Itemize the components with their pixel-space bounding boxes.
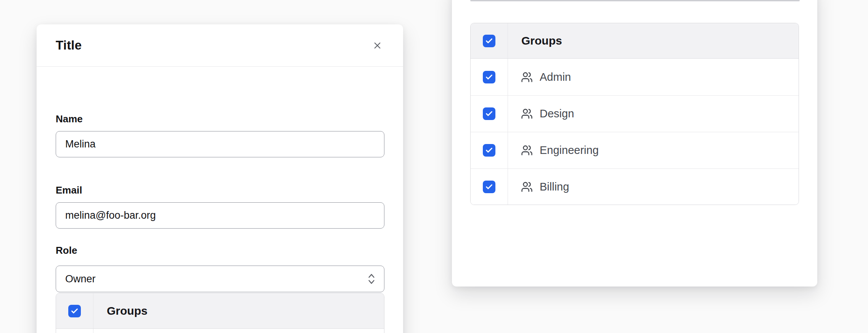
checkbox-column — [56, 293, 93, 328]
checkmark-icon — [485, 146, 493, 154]
role-label: Role — [56, 245, 77, 256]
group-name: Engineering — [540, 144, 599, 157]
groups-column-header: Groups — [521, 34, 562, 47]
users-icon — [521, 108, 533, 120]
users-icon — [521, 181, 533, 193]
checkmark-icon — [485, 183, 493, 191]
checkmark-icon — [71, 307, 79, 315]
chevron-up-down-icon — [366, 272, 376, 285]
users-icon — [521, 71, 533, 83]
cropped-field-bottom-border — [470, 0, 800, 1]
table-row-engineering[interactable]: Engineering — [471, 132, 799, 168]
checkbox-column — [471, 23, 508, 58]
groups-table: Groups — [56, 293, 384, 333]
edit-user-modal: Title Name Email Role Owner — [37, 24, 403, 333]
row-checkbox[interactable] — [483, 107, 495, 120]
row-checkbox[interactable] — [483, 71, 495, 83]
role-select-value: Owner — [65, 273, 96, 285]
role-select[interactable]: Owner — [56, 266, 384, 292]
select-all-checkbox[interactable] — [68, 305, 81, 317]
group-name: Billing — [540, 181, 569, 193]
page-background: Title Name Email Role Owner — [0, 0, 868, 333]
table-row-billing[interactable]: Billing — [471, 168, 799, 205]
modal-title: Title — [56, 38, 82, 53]
row-checkbox[interactable] — [483, 181, 495, 193]
groups-column-header: Groups — [107, 304, 148, 317]
users-icon — [521, 144, 533, 156]
checkmark-icon — [485, 110, 493, 118]
checkmark-icon — [485, 73, 493, 81]
modal-header: Title — [37, 24, 403, 67]
group-name: Admin — [540, 71, 571, 83]
groups-table-header: Groups — [56, 293, 384, 329]
table-row — [56, 329, 384, 333]
close-button[interactable] — [368, 36, 386, 54]
table-row-design[interactable]: Design — [471, 95, 799, 132]
checkmark-icon — [485, 37, 493, 45]
x-icon — [372, 40, 383, 51]
groups-panel: Groups — [452, 0, 817, 287]
name-input[interactable] — [56, 131, 384, 157]
group-name: Design — [540, 107, 574, 120]
email-input[interactable] — [56, 202, 384, 229]
table-row-admin[interactable]: Admin — [471, 59, 799, 95]
groups-table: Groups — [470, 23, 799, 205]
email-label: Email — [56, 184, 82, 196]
row-checkbox[interactable] — [483, 144, 495, 157]
select-all-checkbox[interactable] — [483, 35, 495, 47]
name-label: Name — [56, 113, 83, 125]
groups-table-header: Groups — [471, 23, 799, 59]
